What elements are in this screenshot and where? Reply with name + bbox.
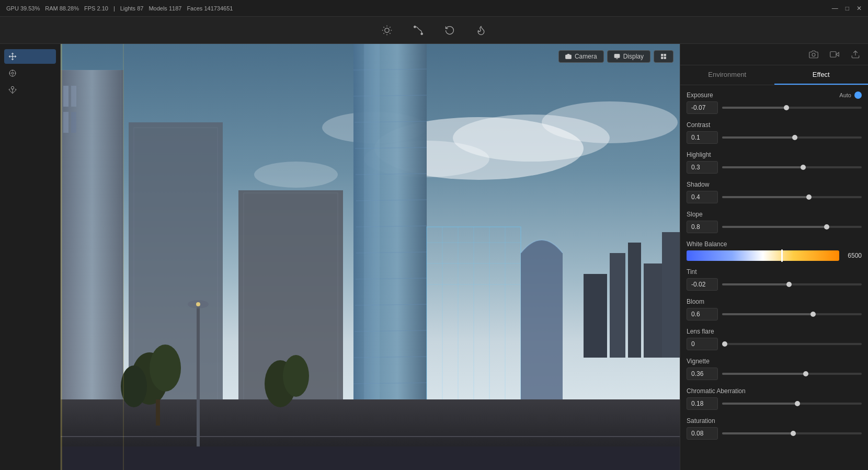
saturation-section: Saturation 0.08 [687,417,862,440]
minimize-button[interactable]: — [832,5,838,12]
svg-rect-26 [610,253,625,358]
wb-thumb [781,249,783,262]
bloom-section: Bloom 0.6 [687,298,862,320]
highlight-label: Highlight [687,151,711,158]
tint-label-row: Tint [687,268,862,276]
layout-button[interactable] [654,50,673,63]
ca-slider[interactable] [722,403,862,405]
stats-bar: GPU 39.53% RAM 88.28% FPS 2.10 | Lights … [6,5,233,12]
camera-button[interactable]: Camera [558,50,604,63]
environment-tab[interactable]: Environment [680,65,774,85]
svg-rect-29 [662,232,680,358]
models-stat: Models 1187 [149,5,181,12]
bloom-slider[interactable] [722,313,862,315]
ca-value[interactable]: 0.18 [687,397,718,410]
svg-rect-91 [830,52,836,58]
path-icon[interactable] [411,23,426,38]
toolbar [0,17,868,44]
exposure-auto[interactable]: Auto [839,91,862,99]
svg-point-9 [414,26,416,27]
fps-stat: FPS 2.10 [84,5,108,12]
bloom-thumb [810,312,816,317]
window-controls: — □ ✕ [832,5,862,12]
contrast-slider[interactable] [722,136,862,139]
loop-icon[interactable] [442,23,457,38]
saturation-value[interactable]: 0.08 [687,427,718,440]
vignette-value[interactable]: 0.36 [687,368,718,380]
svg-point-14 [12,72,14,74]
vignette-label: Vignette [687,358,710,365]
svg-point-10 [421,33,422,35]
ca-thumb [795,401,800,406]
tint-section: Tint -0.02 [687,268,862,291]
exposure-value-row: -0.07 [687,101,862,114]
sidebar-item-anchor[interactable] [4,83,56,97]
contrast-section: Contrast 0.1 [687,121,862,144]
auto-toggle[interactable] [854,91,862,99]
tint-label: Tint [687,268,697,276]
highlight-value[interactable]: 0.3 [687,161,718,174]
saturation-label: Saturation [687,417,715,425]
svg-rect-68 [197,305,200,452]
tint-fill [722,283,789,285]
contrast-thumb [792,135,797,140]
display-button[interactable]: Display [607,50,650,63]
effect-tab[interactable]: Effect [774,65,869,85]
exposure-value[interactable]: -0.07 [687,101,718,114]
saturation-slider[interactable] [722,432,862,434]
main-area: Camera Display [0,44,868,470]
lens-flare-label-row: Lens flare [687,328,862,335]
display-label: Display [623,53,644,60]
panel-header-icons [680,44,868,65]
twisted-tower [353,44,427,410]
sidebar-item-move[interactable] [4,49,56,64]
viewport[interactable]: Camera Display [61,44,680,470]
light-icon[interactable] [380,23,394,38]
shadow-value[interactable]: 0.4 [687,191,718,203]
svg-rect-86 [664,54,666,56]
lens-flare-thumb [722,341,727,347]
vignette-slider[interactable] [722,373,862,375]
wb-slider[interactable] [687,250,839,261]
shadow-label: Shadow [687,181,709,188]
svg-rect-28 [644,263,665,358]
svg-point-89 [812,53,815,56]
vignette-value-row: 0.36 [687,368,862,380]
vignette-thumb [803,371,808,376]
export-panel-icon[interactable] [849,48,862,61]
titlebar: GPU 39.53% RAM 88.28% FPS 2.10 | Lights … [0,0,868,17]
bloom-value-row: 0.6 [687,308,862,320]
video-panel-icon[interactable] [828,48,841,61]
svg-point-70 [196,302,200,306]
highlight-slider[interactable] [722,166,862,168]
shadow-section: Shadow 0.4 [687,181,862,203]
slope-thumb [824,224,829,230]
contrast-label: Contrast [687,121,710,129]
slope-value[interactable]: 0.8 [687,221,718,233]
fire-icon[interactable] [474,23,488,38]
camera-panel-icon[interactable] [807,48,820,61]
contrast-label-row: Contrast [687,121,862,129]
chromatic-aberration-section: Chromatic Aberration 0.18 [687,387,862,410]
highlight-thumb [801,165,806,170]
contrast-value[interactable]: 0.1 [687,131,718,144]
lens-flare-value[interactable]: 0 [687,338,718,350]
close-button[interactable]: ✕ [856,5,862,12]
exposure-section: Exposure Auto -0.07 [687,91,862,114]
bloom-value[interactable]: 0.6 [687,308,718,320]
sidebar-item-select[interactable] [4,66,56,81]
tint-slider[interactable] [722,283,862,285]
tint-value[interactable]: -0.02 [687,278,718,291]
saturation-label-row: Saturation [687,417,862,425]
slope-slider[interactable] [722,226,862,228]
maximize-button[interactable]: □ [846,5,849,12]
svg-point-0 [385,28,389,32]
shadow-slider[interactable] [722,196,862,198]
svg-rect-85 [661,54,664,56]
gpu-stat: GPU 39.53% [6,5,40,12]
lens-flare-slider[interactable] [722,343,862,345]
tint-thumb [786,282,792,287]
exposure-slider[interactable] [722,107,862,109]
svg-rect-88 [664,57,666,59]
svg-rect-82 [614,54,620,58]
